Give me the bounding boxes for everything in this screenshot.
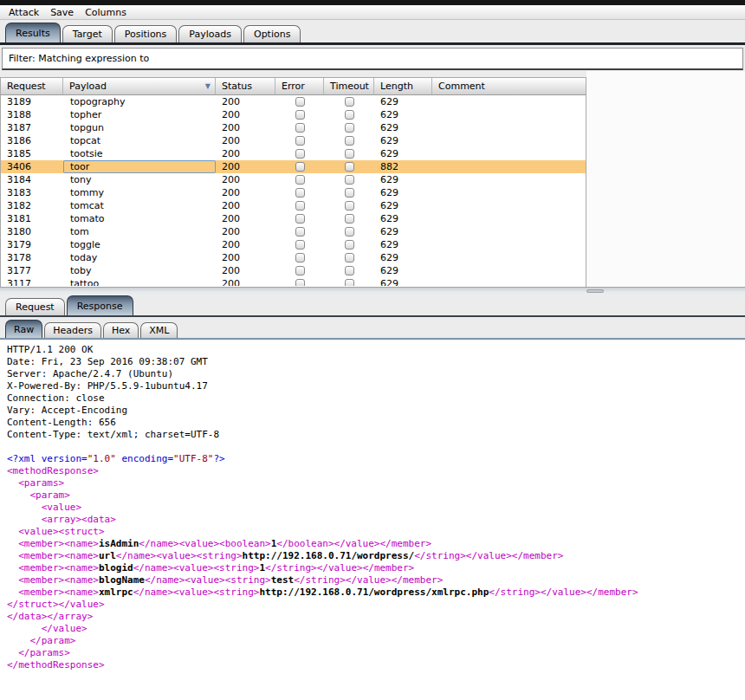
cell-length: 629 xyxy=(374,121,432,134)
cell-payload: toggle xyxy=(63,238,216,251)
response-line: Content-Length: 656 xyxy=(7,417,745,429)
cell-error xyxy=(275,212,324,225)
tab-response[interactable]: Response xyxy=(67,295,133,315)
table-row[interactable]: 3187topgun200629 xyxy=(1,121,586,134)
tab-raw[interactable]: Raw xyxy=(5,320,42,338)
tab-hex[interactable]: Hex xyxy=(103,322,139,338)
timeout-checkbox[interactable] xyxy=(345,162,354,172)
cell-comment xyxy=(432,264,586,277)
cell-length: 629 xyxy=(374,173,432,186)
cell-request: 3183 xyxy=(1,186,63,199)
table-row[interactable]: 3406toor200882 xyxy=(1,160,586,173)
view-tab-bar: Raw Headers Hex XML xyxy=(5,319,178,338)
error-checkbox[interactable] xyxy=(295,175,305,185)
cell-error xyxy=(275,134,324,147)
splitter-grip-icon[interactable] xyxy=(586,289,604,293)
cell-payload: topography xyxy=(63,95,216,108)
table-row[interactable]: 3177toby200629 xyxy=(1,264,586,277)
error-checkbox[interactable] xyxy=(295,123,305,133)
timeout-checkbox[interactable] xyxy=(345,175,354,185)
tab-positions[interactable]: Positions xyxy=(114,25,178,42)
error-checkbox[interactable] xyxy=(295,136,305,146)
column-header-payload[interactable]: ▼Payload xyxy=(63,78,216,94)
timeout-checkbox[interactable] xyxy=(345,188,354,198)
table-row[interactable]: 3186topcat200629 xyxy=(1,134,586,147)
timeout-checkbox[interactable] xyxy=(345,266,354,275)
timeout-checkbox[interactable] xyxy=(345,279,354,286)
table-row[interactable]: 3179toggle200629 xyxy=(1,238,586,251)
timeout-checkbox[interactable] xyxy=(345,110,354,120)
table-row[interactable]: 3182tomcat200629 xyxy=(1,199,586,212)
error-checkbox[interactable] xyxy=(295,97,305,107)
cell-timeout xyxy=(324,251,374,264)
timeout-checkbox[interactable] xyxy=(345,214,354,224)
table-row[interactable]: 3183tommy200629 xyxy=(1,186,586,199)
cell-timeout xyxy=(324,160,374,173)
cell-timeout xyxy=(324,134,374,147)
column-header-comment[interactable]: Comment xyxy=(432,78,586,94)
cell-status: 200 xyxy=(216,121,275,134)
cell-comment xyxy=(432,173,586,186)
table-row[interactable]: 3181tomato200629 xyxy=(1,212,586,225)
tab-headers[interactable]: Headers xyxy=(44,322,101,338)
menu-item-attack[interactable]: Attack xyxy=(9,7,39,18)
menu-bar: Attack Save Columns xyxy=(0,5,745,20)
timeout-checkbox[interactable] xyxy=(345,136,354,146)
cell-comment xyxy=(432,121,586,134)
error-checkbox[interactable] xyxy=(295,214,305,224)
table-row[interactable]: 3180tom200629 xyxy=(1,225,586,238)
error-checkbox[interactable] xyxy=(295,266,305,275)
table-row[interactable]: 3184tony200629 xyxy=(1,173,586,186)
cell-error xyxy=(275,199,324,212)
tab-payloads[interactable]: Payloads xyxy=(178,25,242,42)
cell-length: 629 xyxy=(374,134,432,147)
cell-length: 629 xyxy=(374,95,432,108)
cell-timeout xyxy=(324,173,374,186)
column-header-error[interactable]: Error xyxy=(275,78,324,94)
error-checkbox[interactable] xyxy=(295,240,305,250)
error-checkbox[interactable] xyxy=(295,188,305,198)
column-header-timeout[interactable]: Timeout xyxy=(324,78,374,94)
error-checkbox[interactable] xyxy=(295,149,305,159)
table-row[interactable]: 3178today200629 xyxy=(1,251,586,264)
table-row[interactable]: 3117tattoo200629 xyxy=(1,277,586,286)
table-row[interactable]: 3189topography200629 xyxy=(1,95,586,108)
error-checkbox[interactable] xyxy=(295,227,305,237)
column-header-request[interactable]: Request xyxy=(1,78,63,94)
response-line: </params> xyxy=(7,647,745,659)
tab-xml[interactable]: XML xyxy=(140,322,178,338)
table-row[interactable]: 3185tootsie200629 xyxy=(1,147,586,160)
timeout-checkbox[interactable] xyxy=(345,201,354,211)
error-checkbox[interactable] xyxy=(295,110,305,120)
cell-comment xyxy=(432,134,586,147)
timeout-checkbox[interactable] xyxy=(345,123,354,133)
error-checkbox[interactable] xyxy=(295,201,305,211)
table-row[interactable]: 3188topher200629 xyxy=(1,108,586,121)
cell-payload: tomcat xyxy=(63,199,216,212)
error-checkbox[interactable] xyxy=(295,162,305,172)
cell-comment xyxy=(432,95,586,108)
timeout-checkbox[interactable] xyxy=(345,97,354,107)
response-line: <member><name>url</name><value><string>h… xyxy=(7,550,745,562)
cell-status: 200 xyxy=(216,264,275,277)
cell-error xyxy=(275,121,324,134)
error-checkbox[interactable] xyxy=(295,253,305,262)
column-header-status[interactable]: Status xyxy=(216,78,275,94)
filter-bar[interactable]: Filter: Matching expression to xyxy=(2,48,743,70)
timeout-checkbox[interactable] xyxy=(345,240,354,250)
tab-target[interactable]: Target xyxy=(62,25,113,42)
timeout-checkbox[interactable] xyxy=(345,253,354,262)
timeout-checkbox[interactable] xyxy=(345,149,354,159)
column-header-length[interactable]: Length xyxy=(374,78,432,94)
response-line: </data></array> xyxy=(7,611,745,623)
tab-request[interactable]: Request xyxy=(5,298,65,315)
response-editor[interactable]: HTTP/1.1 200 OKDate: Fri, 23 Sep 2016 09… xyxy=(0,340,745,700)
cell-payload: tattoo xyxy=(63,277,216,286)
menu-item-columns[interactable]: Columns xyxy=(85,7,126,18)
table-header: Request ▼Payload Status Error Timeout Le… xyxy=(1,78,586,95)
tab-results[interactable]: Results xyxy=(5,23,61,42)
timeout-checkbox[interactable] xyxy=(345,227,354,237)
tab-options[interactable]: Options xyxy=(243,25,301,42)
menu-item-save[interactable]: Save xyxy=(50,7,74,18)
error-checkbox[interactable] xyxy=(295,279,305,286)
